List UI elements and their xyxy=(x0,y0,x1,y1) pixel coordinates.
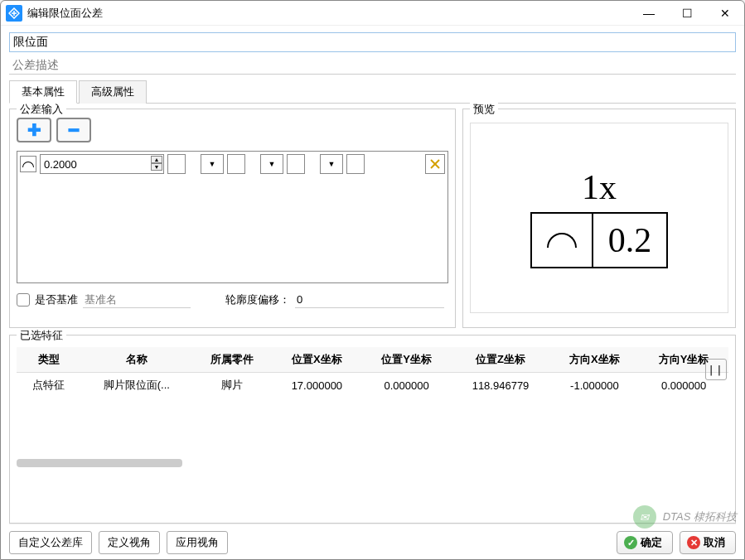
datum-name-input[interactable] xyxy=(83,292,191,308)
col-part[interactable]: 所属零件 xyxy=(192,347,272,373)
is-datum-checkbox[interactable] xyxy=(17,293,30,307)
cell-pz: 118.946779 xyxy=(452,373,550,398)
define-view-button[interactable]: 定义视角 xyxy=(99,531,160,554)
add-tolerance-button[interactable]: ✚ xyxy=(17,118,51,142)
cancel-button[interactable]: ✕ 取消 xyxy=(680,531,736,554)
maximize-button[interactable]: ☐ xyxy=(668,1,706,26)
is-datum-label: 是否基准 xyxy=(35,292,78,307)
datum-row: 是否基准 轮廓度偏移： xyxy=(17,292,448,308)
horizontal-scrollbar[interactable] xyxy=(17,459,182,467)
tolerance-row: ▲ ▼ ▼ ▼ ▼ xyxy=(20,154,445,174)
content-area: 基本属性 高级属性 公差输入 ✚ ━ ▲ ▼ xyxy=(1,26,744,559)
check-icon: ✓ xyxy=(624,536,637,549)
custom-library-button[interactable]: 自定义公差库 xyxy=(9,531,92,554)
features-table-wrap[interactable]: 类型 名称 所属零件 位置X坐标 位置Y坐标 位置Z坐标 方向X坐标 方向Y坐标 xyxy=(17,347,728,516)
selected-features-legend: 已选特征 xyxy=(17,328,66,343)
spinner: ▲ ▼ xyxy=(151,156,162,171)
profile-offset-input[interactable] xyxy=(295,292,444,308)
preview-canvas: 1x 0.2 xyxy=(470,123,728,313)
tolerance-desc-input[interactable] xyxy=(9,56,736,75)
tolerance-input-group: 公差输入 ✚ ━ ▲ ▼ xyxy=(9,109,456,328)
pause-button[interactable]: || xyxy=(705,359,727,380)
dialog-window: 编辑限位面公差 — ☐ ✕ 基本属性 高级属性 公差输入 ✚ ━ xyxy=(0,0,745,560)
selected-features-group: 已选特征 || 类型 名称 所属零件 位置X坐标 位置Y坐标 位置Z坐标 方向X… xyxy=(9,335,736,524)
window-controls: — ☐ ✕ xyxy=(630,1,744,26)
cancel-icon: ✕ xyxy=(687,536,700,549)
table-header-row: 类型 名称 所属零件 位置X坐标 位置Y坐标 位置Z坐标 方向X坐标 方向Y坐标 xyxy=(17,347,728,373)
top-inputs xyxy=(9,32,736,75)
datum-a-modifier[interactable] xyxy=(227,154,245,174)
cell-type: 点特征 xyxy=(17,373,80,398)
mid-row: 公差输入 ✚ ━ ▲ ▼ xyxy=(9,109,736,328)
preview-value: 0.2 xyxy=(592,214,667,267)
datum-b-dropdown[interactable]: ▼ xyxy=(260,154,283,174)
preview-group: 预览 1x 0.2 xyxy=(462,109,736,328)
tolerance-value-input[interactable] xyxy=(40,154,164,174)
table-row[interactable]: 点特征 脚片限位面(... 脚片 17.000000 0.000000 118.… xyxy=(17,373,728,398)
profile-symbol-icon[interactable] xyxy=(20,156,36,172)
cell-part: 脚片 xyxy=(192,373,272,398)
delete-row-button[interactable] xyxy=(425,154,445,174)
app-icon xyxy=(6,5,22,22)
minimize-button[interactable]: — xyxy=(630,1,668,26)
remove-tolerance-button[interactable]: ━ xyxy=(56,118,91,142)
datum-c-modifier[interactable] xyxy=(346,154,365,174)
ok-label: 确定 xyxy=(641,535,662,550)
col-posx[interactable]: 位置X坐标 xyxy=(272,347,362,373)
col-type[interactable]: 类型 xyxy=(17,347,80,373)
datum-b-modifier[interactable] xyxy=(287,154,305,174)
spin-up-button[interactable]: ▲ xyxy=(151,156,162,163)
apply-view-button[interactable]: 应用视角 xyxy=(167,531,228,554)
preview-multiplier: 1x xyxy=(582,167,617,207)
tolerance-input-legend: 公差输入 xyxy=(17,102,66,117)
tolerance-buttons: ✚ ━ xyxy=(17,118,448,142)
cell-px: 17.000000 xyxy=(272,373,362,398)
ok-button[interactable]: ✓ 确定 xyxy=(617,531,673,554)
features-table: 类型 名称 所属零件 位置X坐标 位置Y坐标 位置Z坐标 方向X坐标 方向Y坐标 xyxy=(17,347,728,398)
cancel-label: 取消 xyxy=(704,535,725,550)
spin-down-button[interactable]: ▼ xyxy=(151,163,162,171)
tolerance-list: ▲ ▼ ▼ ▼ ▼ xyxy=(17,151,448,283)
bottom-row: 自定义公差库 定义视角 应用视角 ✓ 确定 ✕ 取消 xyxy=(9,524,736,554)
tab-advanced[interactable]: 高级属性 xyxy=(79,80,147,104)
modifier-box-1[interactable] xyxy=(167,154,186,174)
col-name[interactable]: 名称 xyxy=(80,347,192,373)
datum-a-dropdown[interactable]: ▼ xyxy=(201,154,224,174)
preview-symbol-icon xyxy=(532,214,592,267)
window-title: 编辑限位面公差 xyxy=(27,6,630,21)
col-posz[interactable]: 位置Z坐标 xyxy=(452,347,550,373)
col-posy[interactable]: 位置Y坐标 xyxy=(362,347,452,373)
datum-c-dropdown[interactable]: ▼ xyxy=(320,154,343,174)
preview-frame: 0.2 xyxy=(530,212,669,268)
tolerance-value-wrap: ▲ ▼ xyxy=(40,154,164,174)
preview-legend: 预览 xyxy=(470,102,498,117)
tolerance-name-input[interactable] xyxy=(9,32,736,52)
col-dirx[interactable]: 方向X坐标 xyxy=(550,347,640,373)
tabs: 基本属性 高级属性 xyxy=(9,80,736,104)
cell-dx: -1.000000 xyxy=(550,373,640,398)
cell-name: 脚片限位面(... xyxy=(80,373,192,398)
close-button[interactable]: ✕ xyxy=(706,1,744,26)
profile-offset-label: 轮廓度偏移： xyxy=(225,292,290,307)
cell-py: 0.000000 xyxy=(362,373,452,398)
tab-basic[interactable]: 基本属性 xyxy=(9,80,77,104)
titlebar: 编辑限位面公差 — ☐ ✕ xyxy=(1,1,744,26)
